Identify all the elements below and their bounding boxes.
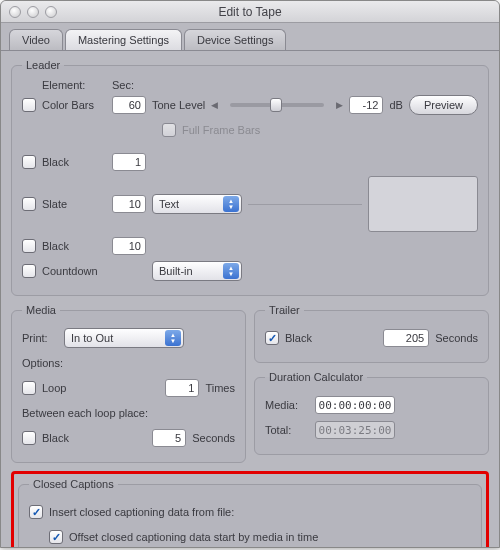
leader-group: Leader Element: Sec: Color Bars 60 Tone … xyxy=(11,59,489,296)
cc-insert-label: Insert closed captioning data from file: xyxy=(49,506,234,518)
tab-bar: Video Mastering Settings Device Settings xyxy=(1,23,499,51)
duration-legend: Duration Calculator xyxy=(265,371,367,383)
cc-offset-row: Offset closed captioning data start by m… xyxy=(29,526,471,548)
duration-media-value: 00:00:00:00 xyxy=(315,396,395,414)
cc-insert-checkbox[interactable] xyxy=(29,505,43,519)
black1-seconds[interactable]: 1 xyxy=(112,153,146,171)
print-select[interactable]: In to Out▲▼ xyxy=(64,328,184,348)
black1-label: Black xyxy=(42,156,106,168)
titlebar: Edit to Tape xyxy=(1,1,499,23)
print-row: Print: In to Out▲▼ xyxy=(22,327,235,349)
full-frame-row: Full Frame Bars xyxy=(22,119,478,141)
media-black-label: Black xyxy=(42,432,78,444)
black2-row: Black 10 xyxy=(22,235,478,257)
color-bars-row: Color Bars 60 Tone Level ◀ ▶ -12 dB Prev… xyxy=(22,94,478,116)
duration-group: Duration Calculator Media: 00:00:00:00 T… xyxy=(254,371,489,455)
tab-device-settings[interactable]: Device Settings xyxy=(184,29,286,50)
closed-captions-legend: Closed Captions xyxy=(29,478,118,490)
duration-total-row: Total: 00:03:25:00 xyxy=(265,419,478,441)
tone-db-unit: dB xyxy=(389,99,402,111)
updown-arrows-icon: ▲▼ xyxy=(165,330,181,346)
trailer-black-unit: Seconds xyxy=(435,332,478,344)
window-title: Edit to Tape xyxy=(1,5,499,19)
duration-total-value: 00:03:25:00 xyxy=(315,421,395,439)
black1-row: Black 1 xyxy=(22,151,478,173)
tone-level-slider[interactable] xyxy=(230,103,324,107)
trailer-black-seconds[interactable]: 205 xyxy=(383,329,429,347)
updown-arrows-icon: ▲▼ xyxy=(223,196,239,212)
slate-checkbox[interactable] xyxy=(22,197,36,211)
closed-captions-group: Closed Captions Insert closed captioning… xyxy=(18,478,482,548)
trailer-black-row: Black 205 Seconds xyxy=(265,327,478,349)
middle-columns: Media Print: In to Out▲▼ Options: Loop 1… xyxy=(11,304,489,471)
trailer-black-label: Black xyxy=(285,332,312,344)
duration-total-label: Total: xyxy=(265,424,309,436)
sec-header: Sec: xyxy=(112,79,134,91)
loop-label: Loop xyxy=(42,382,78,394)
arrow-left-icon: ◀ xyxy=(211,100,218,110)
tab-video[interactable]: Video xyxy=(9,29,63,50)
element-header: Element: xyxy=(42,79,106,91)
countdown-label: Countdown xyxy=(42,265,106,277)
connector-line xyxy=(248,204,362,205)
options-label: Options: xyxy=(22,357,63,369)
slate-type-select[interactable]: Text▲▼ xyxy=(152,194,242,214)
slate-preview xyxy=(368,176,478,232)
slate-label: Slate xyxy=(42,198,106,210)
leader-header-row: Element: Sec: xyxy=(22,79,478,91)
loop-times-field[interactable]: 1 xyxy=(165,379,199,397)
slate-row: Slate 10 Text▲▼ xyxy=(22,176,478,232)
slate-type-value: Text xyxy=(159,198,179,210)
black1-checkbox[interactable] xyxy=(22,155,36,169)
between-label-row: Between each loop place: xyxy=(22,402,235,424)
tone-level-label: Tone Level xyxy=(152,99,205,111)
right-col: Trailer Black 205 Seconds Duration Calcu… xyxy=(254,304,489,471)
print-label: Print: xyxy=(22,332,58,344)
slate-seconds[interactable]: 10 xyxy=(112,195,146,213)
color-bars-checkbox[interactable] xyxy=(22,98,36,112)
trailer-group: Trailer Black 205 Seconds xyxy=(254,304,489,363)
full-frame-label: Full Frame Bars xyxy=(182,124,260,136)
countdown-type-value: Built-in xyxy=(159,265,193,277)
duration-media-label: Media: xyxy=(265,399,309,411)
media-black-checkbox[interactable] xyxy=(22,431,36,445)
trailer-black-checkbox[interactable] xyxy=(265,331,279,345)
media-black-row: Black 5 Seconds xyxy=(22,427,235,449)
loop-checkbox[interactable] xyxy=(22,381,36,395)
preview-button[interactable]: Preview xyxy=(409,95,478,115)
arrow-right-icon: ▶ xyxy=(336,100,343,110)
tone-db-value[interactable]: -12 xyxy=(349,96,383,114)
tab-mastering-settings[interactable]: Mastering Settings xyxy=(65,29,182,50)
color-bars-seconds[interactable]: 60 xyxy=(112,96,146,114)
color-bars-label: Color Bars xyxy=(42,99,106,111)
cc-offset-label: Offset closed captioning data start by m… xyxy=(69,531,318,543)
cc-insert-row: Insert closed captioning data from file: xyxy=(29,501,471,523)
black2-checkbox[interactable] xyxy=(22,239,36,253)
countdown-row: Countdown Built-in▲▼ xyxy=(22,260,478,282)
options-label-row: Options: xyxy=(22,352,235,374)
slider-thumb[interactable] xyxy=(270,98,282,112)
updown-arrows-icon: ▲▼ xyxy=(223,263,239,279)
duration-media-row: Media: 00:00:00:00 xyxy=(265,394,478,416)
cc-offset-checkbox[interactable] xyxy=(49,530,63,544)
loop-row: Loop 1 Times xyxy=(22,377,235,399)
trailer-legend: Trailer xyxy=(265,304,304,316)
countdown-checkbox[interactable] xyxy=(22,264,36,278)
content-area: Leader Element: Sec: Color Bars 60 Tone … xyxy=(1,51,499,548)
edit-to-tape-window: Edit to Tape Video Mastering Settings De… xyxy=(0,0,500,548)
black2-seconds[interactable]: 10 xyxy=(112,237,146,255)
media-black-unit: Seconds xyxy=(192,432,235,444)
closed-captions-highlight: Closed Captions Insert closed captioning… xyxy=(11,471,489,548)
loop-unit: Times xyxy=(205,382,235,394)
media-group: Media Print: In to Out▲▼ Options: Loop 1… xyxy=(11,304,246,463)
leader-legend: Leader xyxy=(22,59,64,71)
print-value: In to Out xyxy=(71,332,113,344)
media-legend: Media xyxy=(22,304,60,316)
full-frame-checkbox[interactable] xyxy=(162,123,176,137)
media-black-seconds[interactable]: 5 xyxy=(152,429,186,447)
left-col: Media Print: In to Out▲▼ Options: Loop 1… xyxy=(11,304,246,471)
black2-label: Black xyxy=(42,240,106,252)
countdown-type-select[interactable]: Built-in▲▼ xyxy=(152,261,242,281)
between-label: Between each loop place: xyxy=(22,407,148,419)
